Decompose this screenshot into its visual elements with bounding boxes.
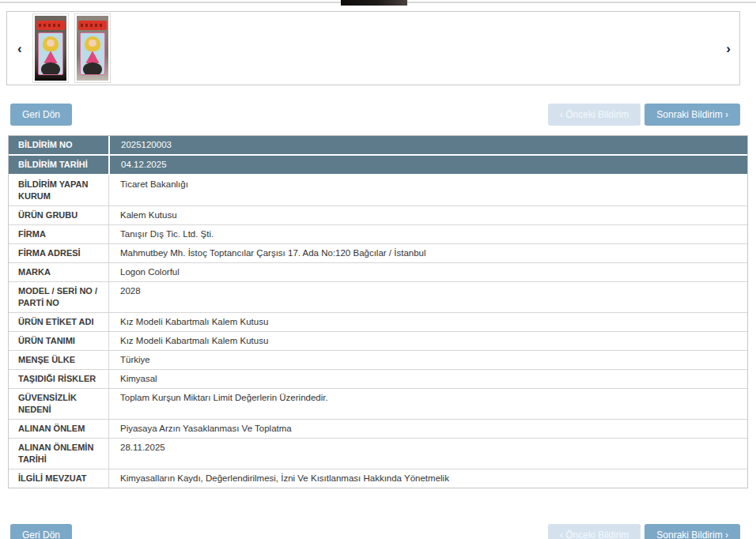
table-row: GÜVENSİZLİK NEDENİ Toplam Kurşun Miktarı… <box>9 389 747 420</box>
row-value: Mahmutbey Mh. İstoç Toptancılar Çarşısı … <box>109 244 747 262</box>
row-value: Kız Modeli Kabartmalı Kalem Kutusu <box>109 313 747 331</box>
next-notification-button-bottom[interactable]: Sonraki Bildirim › <box>644 524 740 539</box>
row-label: TAŞIDIĞI RİSKLER <box>9 370 109 388</box>
row-label: BİLDİRİM YAPAN KURUM <box>9 175 109 205</box>
thumbnail-strip <box>32 13 111 83</box>
row-value: Kız Modeli Kabartmalı Kalem Kutusu <box>109 332 747 350</box>
product-photo <box>77 16 108 81</box>
row-label: İLGİLİ MEVZUAT <box>9 469 109 488</box>
row-value: Kimyasal <box>109 370 747 388</box>
row-value: Ticaret Bakanlığı <box>109 175 747 205</box>
row-value: 2028 <box>109 282 747 312</box>
product-photo <box>35 16 66 81</box>
table-row: ÜRÜN ETİKET ADI Kız Modeli Kabartmalı Ka… <box>9 313 747 332</box>
row-label: MARKA <box>9 263 109 281</box>
row-value: Piyasaya Arzın Yasaklanması Ve Toplatma <box>109 420 747 438</box>
carousel-next-icon[interactable]: › <box>726 42 731 55</box>
table-row: MARKA Logon Colorful <box>9 263 747 282</box>
row-value: Logon Colorful <box>109 263 747 281</box>
product-thumbnail-1[interactable] <box>32 13 69 83</box>
row-value: Türkiye <box>109 351 747 369</box>
table-row: MODEL / SERİ NO / PARTİ NO 2028 <box>9 282 747 313</box>
row-value: 28.11.2025 <box>109 439 747 469</box>
package-card <box>38 32 64 75</box>
previous-notification-button-bottom[interactable]: ‹ Önceki Bildirim <box>548 524 641 539</box>
back-button-bottom[interactable]: Geri Dön <box>10 524 72 539</box>
table-row: BİLDİRİM NO 2025120003 <box>9 136 747 156</box>
image-carousel: ‹ <box>6 11 740 85</box>
back-button[interactable]: Geri Dön <box>10 104 72 126</box>
row-label: GÜVENSİZLİK NEDENİ <box>9 389 109 419</box>
next-notification-button[interactable]: Sonraki Bildirim › <box>644 104 740 126</box>
cropped-image-edge <box>341 0 407 6</box>
row-label: ALINAN ÖNLEM <box>9 420 109 438</box>
row-value: Tanışır Dış Tic. Ltd. Şti. <box>109 225 747 243</box>
table-row: ALINAN ÖNLEMİN TARİHİ 28.11.2025 <box>9 439 747 469</box>
row-label: BİLDİRİM NO <box>9 136 110 154</box>
row-label: ALINAN ÖNLEMİN TARİHİ <box>9 439 109 469</box>
row-label: ÜRÜN GRUBU <box>9 206 109 224</box>
row-value: Kalem Kutusu <box>109 206 747 224</box>
table-row: FİRMA ADRESİ Mahmutbey Mh. İstoç Toptanc… <box>9 244 747 263</box>
table-row: MENŞE ÜLKE Türkiye <box>9 351 747 370</box>
table-row: BİLDİRİM YAPAN KURUM Ticaret Bakanlığı <box>9 175 747 206</box>
previous-notification-button[interactable]: ‹ Önceki Bildirim <box>548 104 641 126</box>
row-value: Kimyasalların Kaydı, Değerlendirilmesi, … <box>109 469 747 488</box>
row-value: Toplam Kurşun Miktarı Limit Değerlerin Ü… <box>109 389 747 419</box>
table-row: ÜRÜN GRUBU Kalem Kutusu <box>9 206 747 225</box>
row-label: ÜRÜN ETİKET ADI <box>9 313 109 331</box>
table-row: FİRMA Tanışır Dış Tic. Ltd. Şti. <box>9 225 747 244</box>
row-value: 2025120003 <box>110 136 747 154</box>
table-row: TAŞIDIĞI RİSKLER Kimyasal <box>9 370 747 389</box>
row-label: ÜRÜN TANIMI <box>9 332 109 350</box>
notification-detail-table: BİLDİRİM NO 2025120003 BİLDİRİM TARİHİ 0… <box>8 135 748 488</box>
package-red-header <box>78 21 108 30</box>
row-label: FİRMA ADRESİ <box>9 244 109 262</box>
row-label: FİRMA <box>9 225 109 243</box>
row-label: BİLDİRİM TARİHİ <box>9 156 110 174</box>
table-row: ÜRÜN TANIMI Kız Modeli Kabartmalı Kalem … <box>9 332 747 351</box>
product-thumbnail-2[interactable] <box>74 13 111 83</box>
row-label: MENŞE ÜLKE <box>9 351 109 369</box>
row-label: MODEL / SERİ NO / PARTİ NO <box>9 282 109 312</box>
row-value: 04.12.2025 <box>110 156 747 174</box>
package-card <box>80 32 106 75</box>
carousel-prev-icon[interactable]: ‹ <box>17 42 22 55</box>
table-row: ALINAN ÖNLEM Piyasaya Arzın Yasaklanması… <box>9 420 747 439</box>
table-row: BİLDİRİM TARİHİ 04.12.2025 <box>9 156 747 175</box>
table-row: İLGİLİ MEVZUAT Kimyasalların Kaydı, Değe… <box>9 469 747 488</box>
package-red-header <box>36 21 66 30</box>
